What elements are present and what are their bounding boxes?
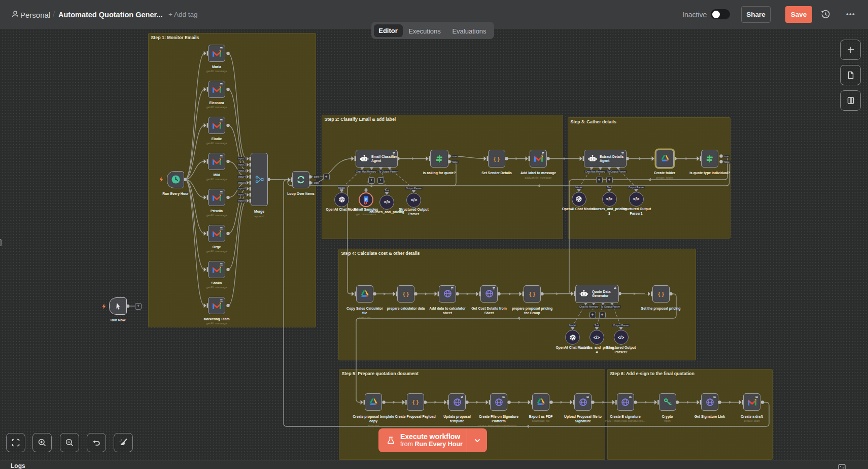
svg-text:{ }: { } (412, 399, 419, 405)
svg-text:</>: </> (606, 196, 612, 202)
svg-text:{ }: { } (403, 290, 409, 296)
svg-text:</>: </> (410, 197, 416, 203)
svg-text:</>: </> (618, 335, 624, 340)
svg-text:{ }: { } (494, 155, 500, 161)
svg-text:</>: </> (594, 335, 600, 340)
svg-text:{ }: { } (657, 290, 664, 296)
svg-text:</>: </> (384, 199, 390, 205)
svg-text:</>: </> (633, 196, 639, 202)
svg-text:{ }: { } (529, 290, 536, 296)
